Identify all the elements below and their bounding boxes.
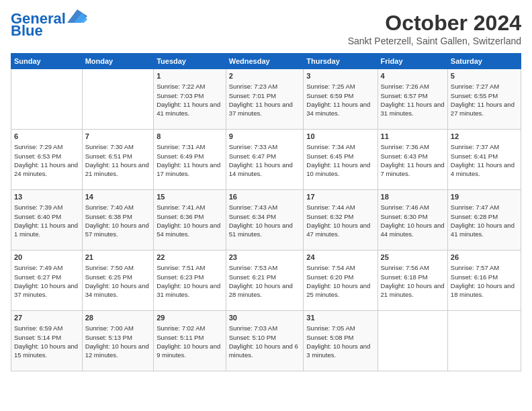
cell-info-line: Daylight: 11 hours and 24 minutes. [14,161,79,179]
day-number: 1 [157,71,223,81]
cell-info-line: Daylight: 11 hours and 1 minute. [14,221,79,239]
cell-info-line: Sunrise: 7:22 AM [157,82,223,91]
calendar-cell: 31Sunrise: 7:05 AMSunset: 5:08 PMDayligh… [304,311,378,371]
day-number: 23 [229,253,301,263]
day-number: 11 [381,132,445,142]
weekday-header: Friday [378,54,447,69]
day-number: 4 [381,71,445,81]
logo-blue-text: Blue [11,23,43,39]
cell-info-line: Sunset: 6:40 PM [14,212,79,221]
day-number: 17 [306,192,374,202]
cell-info-line: Daylight: 10 hours and 3 minutes. [306,342,374,360]
calendar-cell: 2Sunrise: 7:23 AMSunset: 7:01 PMDaylight… [226,69,304,130]
day-number: 14 [85,192,151,202]
cell-info-line: Daylight: 10 hours and 18 minutes. [451,281,518,300]
day-number: 13 [14,192,79,202]
cell-info-line: Sunset: 5:08 PM [306,333,374,342]
cell-info-line: Daylight: 10 hours and 37 minutes. [14,281,79,300]
cell-info-line: Sunset: 6:32 PM [306,212,374,221]
calendar-cell: 30Sunrise: 7:03 AMSunset: 5:10 PMDayligh… [226,311,304,371]
cell-info-line: Daylight: 10 hours and 31 minutes. [157,281,223,300]
cell-info-line: Daylight: 11 hours and 41 minutes. [157,100,223,118]
calendar-cell: 28Sunrise: 7:00 AMSunset: 5:13 PMDayligh… [82,311,154,371]
calendar-cell [82,69,154,130]
cell-info-line: Daylight: 10 hours and 9 minutes. [157,342,223,360]
day-number: 21 [85,253,151,263]
cell-info-line: Sunset: 7:03 PM [157,91,223,100]
calendar-cell: 12Sunrise: 7:37 AMSunset: 6:41 PMDayligh… [447,130,521,190]
cell-info-line: Sunset: 6:34 PM [229,212,301,221]
cell-info-line: Sunrise: 7:02 AM [157,324,223,332]
day-number: 31 [306,313,374,323]
calendar-cell: 4Sunrise: 7:26 AMSunset: 6:57 PMDaylight… [378,69,447,130]
cell-info-line: Daylight: 10 hours and 44 minutes. [381,221,445,239]
cell-info-line: Daylight: 10 hours and 6 minutes. [229,342,301,360]
cell-info-line: Sunrise: 7:29 AM [14,142,79,151]
cell-info-line: Daylight: 11 hours and 21 minutes. [85,161,151,179]
day-number: 27 [14,313,79,323]
cell-info-line: Daylight: 11 hours and 31 minutes. [381,100,445,118]
cell-info-line: Sunset: 6:53 PM [14,152,79,161]
cell-info-line: Sunset: 6:43 PM [381,152,445,161]
cell-info-line: Daylight: 10 hours and 54 minutes. [157,221,223,239]
cell-info-line: Daylight: 11 hours and 4 minutes. [451,161,518,179]
cell-info-line: Sunrise: 7:54 AM [306,263,374,272]
calendar-cell: 17Sunrise: 7:44 AMSunset: 6:32 PMDayligh… [304,190,378,250]
weekday-header: Sunday [11,54,83,69]
cell-info-line: Sunset: 6:55 PM [451,91,518,100]
cell-info-line: Sunrise: 7:25 AM [306,82,374,91]
calendar-cell: 1Sunrise: 7:22 AMSunset: 7:03 PMDaylight… [154,69,226,130]
calendar-cell: 25Sunrise: 7:56 AMSunset: 6:18 PMDayligh… [378,250,447,311]
cell-info-line: Daylight: 10 hours and 25 minutes. [306,281,374,300]
cell-info-line: Daylight: 11 hours and 10 minutes. [306,161,374,179]
day-number: 15 [157,192,223,202]
day-number: 16 [229,192,301,202]
cell-info-line: Sunrise: 7:31 AM [157,142,223,151]
day-number: 5 [451,71,518,81]
cell-info-line: Sunrise: 7:49 AM [14,263,79,272]
calendar-cell: 14Sunrise: 7:40 AMSunset: 6:38 PMDayligh… [82,190,154,250]
cell-info-line: Daylight: 11 hours and 7 minutes. [381,161,445,179]
cell-info-line: Sunset: 5:13 PM [85,333,151,342]
weekday-header: Saturday [447,54,521,69]
cell-info-line: Sunrise: 7:50 AM [85,263,151,272]
calendar-week-row: 6Sunrise: 7:29 AMSunset: 6:53 PMDaylight… [11,130,521,190]
cell-info-line: Sunset: 5:14 PM [14,333,79,342]
cell-info-line: Sunset: 6:36 PM [157,212,223,221]
cell-info-line: Daylight: 10 hours and 34 minutes. [85,281,151,300]
cell-info-line: Sunrise: 7:43 AM [229,203,301,212]
calendar-cell [447,311,521,371]
calendar-cell: 20Sunrise: 7:49 AMSunset: 6:27 PMDayligh… [11,250,83,311]
day-number: 25 [381,253,445,263]
cell-info-line: Sunrise: 7:00 AM [85,324,151,332]
cell-info-line: Sunset: 6:51 PM [85,152,151,161]
cell-info-line: Sunrise: 7:34 AM [306,142,374,151]
calendar-cell: 8Sunrise: 7:31 AMSunset: 6:49 PMDaylight… [154,130,226,190]
cell-info-line: Sunrise: 7:47 AM [451,203,518,212]
weekday-header-row: SundayMondayTuesdayWednesdayThursdayFrid… [11,54,521,69]
cell-info-line: Sunrise: 7:57 AM [451,263,518,272]
cell-info-line: Sunrise: 7:30 AM [85,142,151,151]
cell-info-line: Sunset: 6:49 PM [157,152,223,161]
cell-info-line: Sunset: 6:16 PM [451,273,518,281]
cell-info-line: Sunset: 6:21 PM [229,273,301,281]
cell-info-line: Daylight: 10 hours and 41 minutes. [451,221,518,239]
cell-info-line: Sunrise: 7:26 AM [381,82,445,91]
cell-info-line: Sunrise: 7:05 AM [306,324,374,332]
day-number: 30 [229,313,301,323]
calendar-cell: 7Sunrise: 7:30 AMSunset: 6:51 PMDaylight… [82,130,154,190]
cell-info-line: Sunrise: 7:44 AM [306,203,374,212]
calendar-cell [11,69,83,130]
weekday-header: Monday [82,54,154,69]
calendar-week-row: 13Sunrise: 7:39 AMSunset: 6:40 PMDayligh… [11,190,521,250]
cell-info-line: Sunrise: 7:37 AM [451,142,518,151]
calendar-cell: 18Sunrise: 7:46 AMSunset: 6:30 PMDayligh… [378,190,447,250]
day-number: 8 [157,132,223,142]
cell-info-line: Sunset: 5:11 PM [157,333,223,342]
cell-info-line: Sunrise: 7:03 AM [229,324,301,332]
calendar-cell: 11Sunrise: 7:36 AMSunset: 6:43 PMDayligh… [378,130,447,190]
cell-info-line: Daylight: 11 hours and 14 minutes. [229,161,301,179]
cell-info-line: Daylight: 11 hours and 37 minutes. [229,100,301,118]
cell-info-line: Daylight: 11 hours and 34 minutes. [306,100,374,118]
day-number: 20 [14,253,79,263]
